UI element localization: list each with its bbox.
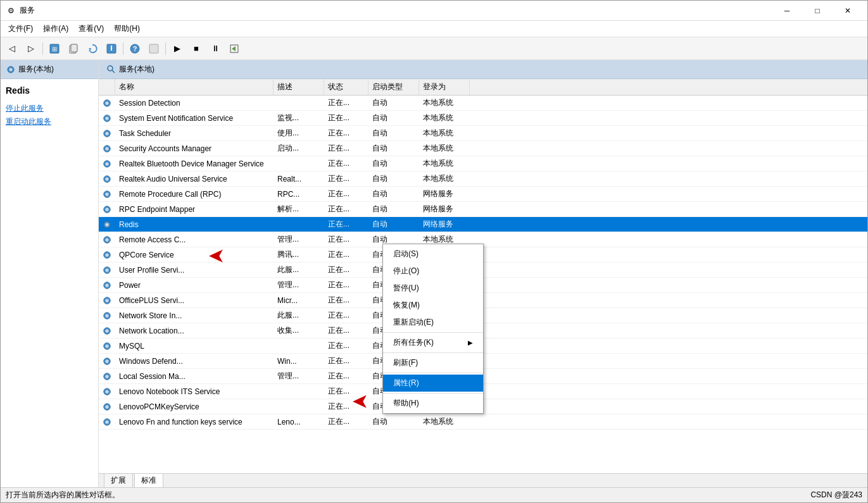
header-startup[interactable]: 启动类型 xyxy=(368,79,419,95)
context-menu-item[interactable]: 暂停(U) xyxy=(383,280,483,297)
row-status: 正在... xyxy=(324,293,368,307)
row-name: MySQL xyxy=(115,338,274,353)
row-name: Task Scheduler xyxy=(115,126,274,140)
table-row[interactable]: Redis正在...自动网络服务 xyxy=(99,217,867,232)
toolbar-restart[interactable] xyxy=(225,40,243,58)
header-name[interactable]: 名称 xyxy=(115,79,274,95)
row-desc xyxy=(274,156,324,171)
context-menu-item[interactable]: 恢复(M) xyxy=(383,297,483,314)
sidebar-header[interactable]: 服务(本地) xyxy=(1,60,98,79)
table-row[interactable]: Security Accounts Manager启动...正在...自动本地系… xyxy=(99,141,867,156)
restart-service-link[interactable]: 重启动此服务 xyxy=(6,116,93,127)
toolbar-copy[interactable] xyxy=(65,40,82,58)
submenu-arrow-icon: ▶ xyxy=(468,339,473,346)
row-desc xyxy=(274,384,324,399)
minimize-button[interactable]: ─ xyxy=(772,1,802,21)
toolbar-sep1 xyxy=(42,42,43,55)
table-row[interactable]: RPC Endpoint Mapper解析...正在...自动网络服务 xyxy=(99,202,867,217)
toolbar-back[interactable]: ◁ xyxy=(3,40,21,58)
row-icon xyxy=(99,338,115,353)
row-startup: 自动 xyxy=(368,217,419,232)
menu-help[interactable]: 帮助(H) xyxy=(109,21,145,37)
table-row[interactable]: Realtek Audio Universal ServiceRealt...正… xyxy=(99,171,867,187)
row-name: Remote Access C... xyxy=(115,232,274,247)
row-name: Local Session Ma... xyxy=(115,369,274,383)
toolbar-pause[interactable]: ⏸ xyxy=(206,40,224,58)
close-button[interactable]: ✕ xyxy=(833,1,862,21)
toolbar-pin[interactable] xyxy=(145,40,163,58)
header-icon[interactable] xyxy=(99,79,115,95)
window-title: 服务 xyxy=(20,5,772,16)
row-status: 正在... xyxy=(324,247,368,262)
table-row[interactable]: Lenovo Fn and function keys serviceLeno.… xyxy=(99,414,867,430)
sidebar-header-text: 服务(本地) xyxy=(18,64,54,75)
context-menu-item[interactable]: 启动(S) xyxy=(383,245,483,263)
toolbar-sep2 xyxy=(123,42,123,55)
row-status: 正在... xyxy=(324,414,368,429)
toolbar: ◁ ▷ ⊞ ? ▶ ■ ⏸ xyxy=(1,37,867,60)
row-status: 正在... xyxy=(324,187,368,201)
table-row[interactable]: Remote Procedure Call (RPC)RPC...正在...自动… xyxy=(99,187,867,202)
row-icon xyxy=(99,414,115,429)
row-name: User Profile Servi... xyxy=(115,263,274,277)
row-name: Lenovo Notebook ITS Service xyxy=(115,384,274,399)
toolbar-up[interactable]: ⊞ xyxy=(46,40,63,58)
toolbar-help[interactable]: ? xyxy=(126,40,144,58)
toolbar-refresh[interactable] xyxy=(84,40,101,58)
row-desc: 监视... xyxy=(274,111,324,125)
context-menu-item[interactable]: 所有任务(K)▶ xyxy=(383,334,483,351)
stop-service-link[interactable]: 停止此服务 xyxy=(6,103,93,114)
arrow-properties: ➤ xyxy=(353,391,367,412)
tab-extend[interactable]: 扩展 xyxy=(104,473,133,487)
row-startup: 自动 xyxy=(368,111,419,125)
row-icon xyxy=(99,232,115,247)
toolbar-stop[interactable]: ■ xyxy=(187,40,205,58)
maximize-button[interactable]: □ xyxy=(803,1,832,21)
context-menu-item-label: 启动(S) xyxy=(393,249,418,259)
table-row[interactable]: Session Detection正在...自动本地系统 xyxy=(99,96,867,111)
toolbar-export[interactable] xyxy=(103,40,120,58)
row-icon xyxy=(99,217,115,232)
arrow-redis: ➤ xyxy=(209,245,223,266)
toolbar-play[interactable]: ▶ xyxy=(168,40,186,58)
toolbar-forward[interactable]: ▷ xyxy=(22,40,40,58)
table-row[interactable]: Realtek Bluetooth Device Manager Service… xyxy=(99,156,867,171)
row-icon xyxy=(99,171,115,186)
row-icon xyxy=(99,202,115,216)
toolbar-sep3 xyxy=(165,42,166,55)
svg-point-27 xyxy=(105,177,108,180)
context-menu-item[interactable]: 刷新(F) xyxy=(383,354,483,371)
header-desc[interactable]: 描述 xyxy=(274,79,324,95)
row-status: 正在... xyxy=(324,141,368,156)
context-menu-item[interactable]: 属性(R) xyxy=(383,375,483,392)
tab-standard[interactable]: 标准 xyxy=(134,473,163,487)
svg-point-55 xyxy=(105,390,108,393)
row-name: Windows Defend... xyxy=(115,354,274,368)
menu-action[interactable]: 操作(A) xyxy=(38,21,73,37)
row-name: LenovoPCMKeyService xyxy=(115,399,274,414)
menu-view[interactable]: 查看(V) xyxy=(73,21,109,37)
table-row[interactable]: Task Scheduler使用...正在...自动本地系统 xyxy=(99,126,867,141)
row-icon xyxy=(99,247,115,262)
row-login: 本地系统 xyxy=(419,96,470,110)
context-menu-item[interactable]: 停止(O) xyxy=(383,263,483,280)
row-name: Realtek Audio Universal Service xyxy=(115,171,274,186)
menu-file[interactable]: 文件(F) xyxy=(3,21,38,37)
context-menu-item[interactable]: 重新启动(E) xyxy=(383,314,483,331)
context-menu: 启动(S)停止(O)暂停(U)恢复(M)重新启动(E)所有任务(K)▶刷新(F)… xyxy=(382,244,484,414)
row-status: 正在... xyxy=(324,232,368,247)
context-menu-item[interactable]: 帮助(H) xyxy=(383,395,483,412)
row-name: System Event Notification Service xyxy=(115,111,274,125)
header-status[interactable]: 状态 xyxy=(324,79,368,95)
sidebar-service-info: Redis 停止此服务 重启动此服务 xyxy=(1,79,98,487)
header-login[interactable]: 登录为 xyxy=(419,79,470,95)
table-row[interactable]: System Event Notification Service监视...正在… xyxy=(99,111,867,126)
row-name: Redis xyxy=(115,217,274,232)
row-status: 正在... xyxy=(324,263,368,277)
row-desc: 启动... xyxy=(274,141,324,156)
row-icon xyxy=(99,399,115,414)
row-status: 正在... xyxy=(324,308,368,323)
row-status: 正在... xyxy=(324,354,368,368)
row-icon xyxy=(99,126,115,140)
right-header-text: 服务(本地) xyxy=(119,64,154,75)
